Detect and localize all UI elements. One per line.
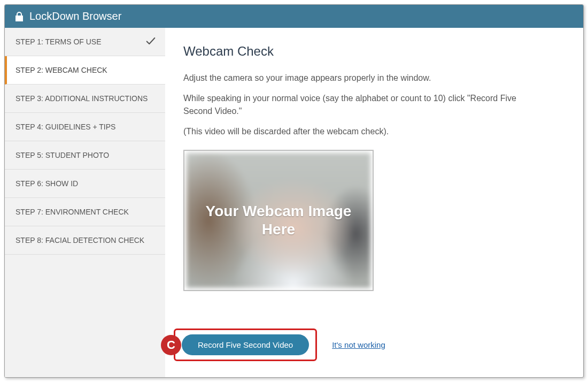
sidebar-step-2[interactable]: STEP 2: WEBCAM CHECK	[5, 56, 165, 85]
lock-icon	[14, 11, 24, 22]
sidebar-item-label: STEP 8: FACIAL DETECTION CHECK	[16, 236, 144, 245]
app-title: LockDown Browser	[29, 10, 121, 22]
sidebar-item-label: STEP 5: STUDENT PHOTO	[16, 151, 109, 159]
webcam-preview: Your Webcam Image Here	[183, 150, 374, 291]
sidebar-step-3[interactable]: STEP 3: ADDITIONAL INSTRUCTIONS	[5, 85, 165, 113]
body: STEP 1: TERMS OF USE STEP 2: WEBCAM CHEC…	[5, 28, 583, 377]
webcam-overlay-text: Your Webcam Image Here	[187, 153, 370, 288]
sidebar-item-label: STEP 2: WEBCAM CHECK	[16, 66, 107, 74]
page-title: Webcam Check	[183, 44, 565, 59]
sidebar-step-6[interactable]: STEP 6: SHOW ID	[5, 170, 165, 198]
sidebar-item-label: STEP 6: SHOW ID	[16, 179, 78, 188]
instruction-text-1: Adjust the camera so your image appears …	[183, 72, 547, 85]
instruction-text-3: (This video will be discarded after the …	[183, 125, 547, 138]
titlebar: LockDown Browser	[5, 5, 583, 28]
sidebar-step-1[interactable]: STEP 1: TERMS OF USE	[5, 28, 165, 56]
sidebar-step-4[interactable]: STEP 4: GUIDELINES + TIPS	[5, 113, 165, 141]
sidebar-item-label: STEP 4: GUIDELINES + TIPS	[16, 123, 115, 131]
action-row: C Record Five Second Video It's not work…	[161, 328, 385, 361]
instruction-text-2: While speaking in your normal voice (say…	[183, 92, 547, 118]
not-working-link[interactable]: It's not working	[332, 340, 385, 349]
sidebar-item-label: STEP 1: TERMS OF USE	[16, 37, 102, 46]
sidebar-step-5[interactable]: STEP 5: STUDENT PHOTO	[5, 141, 165, 170]
sidebar-step-7[interactable]: STEP 7: ENVIRONMENT CHECK	[5, 198, 165, 226]
record-video-button[interactable]: Record Five Second Video	[182, 334, 309, 355]
sidebar-item-label: STEP 3: ADDITIONAL INSTRUCTIONS	[16, 94, 148, 103]
main-content: Webcam Check Adjust the camera so your i…	[165, 28, 583, 377]
app-window: LockDown Browser STEP 1: TERMS OF USE ST…	[4, 4, 584, 378]
annotation-highlight-box: Record Five Second Video	[174, 328, 317, 361]
sidebar-step-8[interactable]: STEP 8: FACIAL DETECTION CHECK	[5, 226, 165, 255]
sidebar-item-label: STEP 7: ENVIRONMENT CHECK	[16, 208, 129, 216]
annotation-badge-c: C	[161, 335, 181, 355]
sidebar: STEP 1: TERMS OF USE STEP 2: WEBCAM CHEC…	[5, 28, 165, 377]
checkmark-icon	[145, 35, 157, 49]
